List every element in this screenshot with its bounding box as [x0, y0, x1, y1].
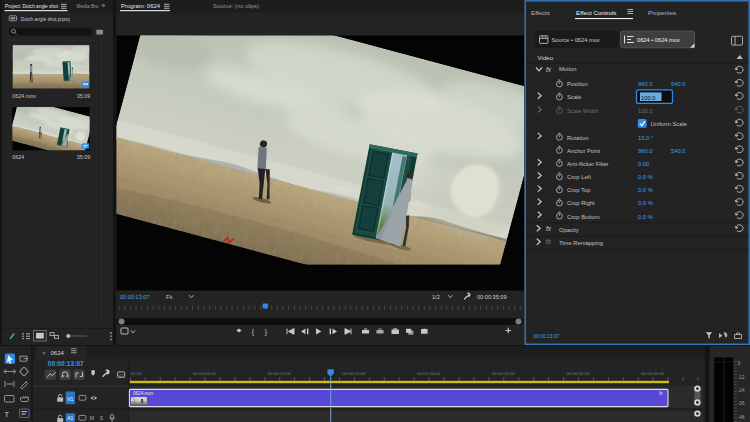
svg-text:»: » [102, 2, 106, 9]
svg-text:1/2: 1/2 [432, 294, 440, 300]
svg-text:0624.mov: 0624.mov [133, 391, 154, 396]
svg-text:0.0 %: 0.0 % [638, 214, 653, 220]
svg-text:Scale: Scale [567, 94, 582, 100]
svg-text:Source: (no clips): Source: (no clips) [213, 3, 259, 9]
svg-text:0.0 %: 0.0 % [638, 200, 653, 206]
svg-text:Rotation: Rotation [567, 135, 589, 141]
svg-text:Anchor Point: Anchor Point [567, 148, 601, 154]
svg-text:V1: V1 [67, 396, 73, 402]
svg-text:0624.mov: 0624.mov [12, 93, 36, 99]
svg-text:0.00: 0.00 [638, 161, 649, 167]
svg-text:540.0: 540.0 [671, 81, 686, 87]
svg-text:Video: Video [538, 54, 554, 61]
svg-text:Effects: Effects [531, 9, 550, 16]
svg-text:960.0: 960.0 [638, 81, 653, 87]
svg-text:0.0 %: 0.0 % [638, 187, 653, 193]
svg-text:00:00:13:07: 00:00:13:07 [534, 334, 560, 339]
svg-text:fx: fx [659, 391, 663, 396]
svg-text:Uniform Scale: Uniform Scale [651, 121, 687, 127]
svg-text:×: × [42, 350, 46, 356]
svg-text:540.0: 540.0 [671, 148, 686, 154]
svg-text:-12: -12 [738, 375, 745, 380]
svg-text:00:00:25:00: 00:00:25:00 [492, 371, 516, 376]
svg-text:Fit: Fit [166, 294, 173, 300]
svg-text:0: 0 [738, 361, 741, 366]
svg-text:100.0: 100.0 [638, 108, 653, 114]
svg-text:00:00:30:00: 00:00:30:00 [566, 371, 590, 376]
svg-text:00:00:13:07: 00:00:13:07 [48, 360, 84, 367]
svg-text:CC: CC [118, 373, 124, 378]
svg-text:35:09: 35:09 [77, 93, 91, 99]
svg-text:00:00:13:07: 00:00:13:07 [120, 294, 150, 300]
svg-text:Position: Position [567, 81, 588, 87]
svg-text:Crop Right: Crop Right [567, 200, 595, 206]
svg-text:00:00:05:00: 00:00:05:00 [193, 371, 217, 376]
svg-text:00:00:35:09: 00:00:35:09 [477, 294, 507, 300]
svg-text:-24: -24 [738, 388, 745, 393]
svg-text:Motion: Motion [559, 66, 576, 72]
svg-text:Dutch angle shot.prproj: Dutch angle shot.prproj [21, 16, 70, 22]
svg-text:0624: 0624 [12, 154, 24, 160]
svg-text:Media Bro: Media Bro [77, 3, 99, 9]
svg-text:Time Remapping: Time Remapping [559, 240, 603, 246]
svg-text:Opacity: Opacity [559, 227, 579, 233]
svg-text:0624: 0624 [51, 350, 65, 356]
svg-text:960.0: 960.0 [638, 148, 653, 154]
svg-text:Program: 0624: Program: 0624 [121, 3, 160, 9]
svg-text:-36: -36 [738, 401, 745, 406]
svg-text:Properties: Properties [648, 9, 676, 16]
svg-text:00:00:10:00: 00:00:10:00 [268, 371, 292, 376]
svg-text:15.0 °: 15.0 ° [638, 135, 653, 141]
svg-text:Effect Controls: Effect Controls [576, 9, 616, 16]
svg-text:Crop Left: Crop Left [567, 174, 591, 180]
svg-text:Source • 0624.mov: Source • 0624.mov [552, 37, 600, 43]
svg-text:100.0: 100.0 [641, 95, 656, 101]
svg-text:Scale Width: Scale Width [567, 108, 598, 114]
svg-text:Anti-flicker Filter: Anti-flicker Filter [567, 161, 609, 167]
svg-text:00:00: 00:00 [130, 371, 142, 376]
svg-text:00:00:20:00: 00:00:20:00 [417, 371, 441, 376]
svg-text:0.0 %: 0.0 % [638, 174, 653, 180]
svg-text:Crop Bottom: Crop Bottom [567, 214, 600, 220]
svg-text:0624 • 0624.mov: 0624 • 0624.mov [637, 37, 680, 43]
svg-text:00:00:35:00: 00:00:35:00 [641, 371, 665, 376]
svg-text:T: T [5, 410, 10, 419]
svg-text:M: M [90, 415, 94, 421]
svg-text:00:00:15:00: 00:00:15:00 [342, 371, 366, 376]
svg-text:-48: -48 [738, 415, 745, 420]
svg-text:Crop Top: Crop Top [567, 187, 590, 193]
svg-text:35:09: 35:09 [77, 154, 91, 160]
svg-text:Project: Dutch angle shot: Project: Dutch angle shot [5, 3, 58, 9]
svg-text:A1: A1 [67, 415, 73, 421]
